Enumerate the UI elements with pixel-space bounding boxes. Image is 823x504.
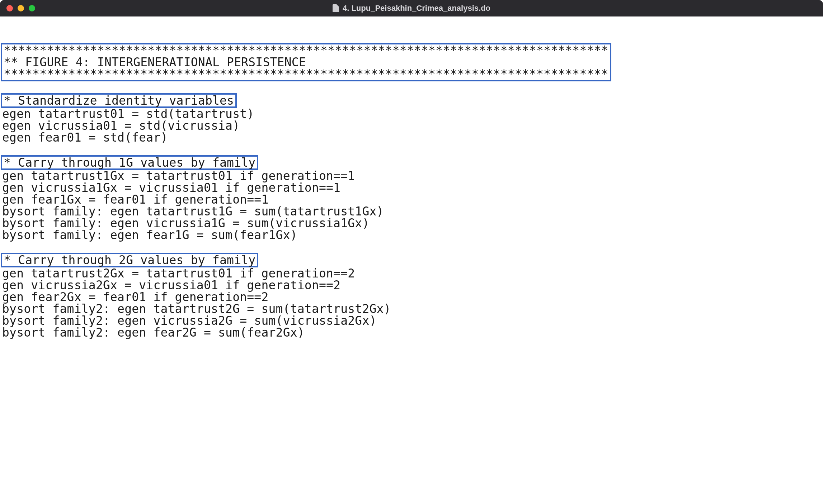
minimize-button[interactable] [18, 5, 24, 11]
code-line: gen vicrussia2Gx = vicrussia01 if genera… [0, 279, 823, 291]
window-titlebar: 4. Lupu_Peisakhin_Crimea_analysis.do [0, 0, 823, 16]
code-line: gen vicrussia1Gx = vicrussia01 if genera… [0, 182, 823, 194]
highlight-box-figure4-header: ****************************************… [1, 43, 611, 81]
blank-line [0, 143, 823, 155]
code-line: * Standardize identity variables [2, 95, 235, 106]
code-line: bysort family: egen tatartrust1G = sum(t… [0, 205, 823, 217]
code-line: * Carry through 2G values by family [2, 254, 257, 266]
code-line: ** FIGURE 4: INTERGENERATIONAL PERSISTEN… [2, 56, 610, 68]
code-line: ****************************************… [2, 68, 610, 80]
file-icon [333, 4, 339, 12]
code-editor[interactable]: ****************************************… [0, 16, 823, 338]
code-line: ****************************************… [2, 44, 610, 56]
code-line: bysort family2: egen tatartrust2G = sum(… [0, 303, 823, 315]
window-title: 4. Lupu_Peisakhin_Crimea_analysis.do [343, 4, 490, 13]
blank-line [0, 241, 823, 253]
highlight-box-carry-1g: * Carry through 1G values by family [1, 155, 258, 170]
code-line: bysort family: egen fear1G = sum(fear1Gx… [0, 229, 823, 241]
close-button[interactable] [6, 5, 13, 11]
window-controls [6, 5, 35, 11]
code-line: gen tatartrust2Gx = tatartrust01 if gene… [0, 267, 823, 279]
code-line: bysort family2: egen vicrussia2G = sum(v… [0, 315, 823, 327]
highlight-box-standardize: * Standardize identity variables [1, 93, 237, 108]
zoom-button[interactable] [29, 5, 35, 11]
code-line: gen fear1Gx = fear01 if generation==1 [0, 194, 823, 205]
code-line: * Carry through 1G values by family [2, 157, 257, 168]
code-line: egen tatartrust01 = std(tatartrust) [0, 108, 823, 120]
code-line: bysort family2: egen fear2G = sum(fear2G… [0, 327, 823, 338]
blank-line [0, 81, 823, 93]
code-line: gen fear2Gx = fear01 if generation==2 [0, 291, 823, 303]
code-line: egen fear01 = std(fear) [0, 132, 823, 143]
code-line: gen tatartrust1Gx = tatartrust01 if gene… [0, 170, 823, 182]
highlight-box-carry-2g: * Carry through 2G values by family [1, 253, 258, 267]
code-line: bysort family: egen vicrussia1G = sum(vi… [0, 217, 823, 229]
code-line: egen vicrussia01 = std(vicrussia) [0, 120, 823, 132]
